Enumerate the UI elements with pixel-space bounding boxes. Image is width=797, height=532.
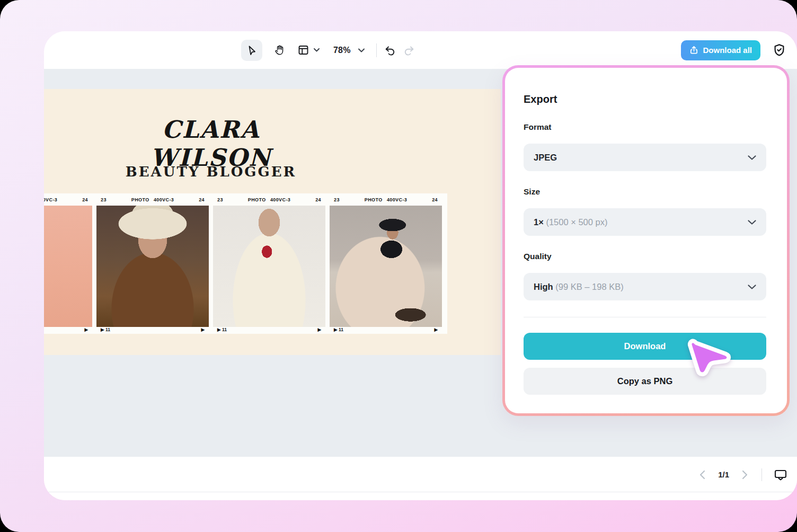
photo-woman-white-blazer-peach (44, 206, 92, 327)
page-indicator: 1/1 (718, 470, 729, 479)
export-panel-title: Export (524, 93, 557, 105)
format-select[interactable]: JPEG (524, 144, 766, 171)
export-panel: Export Format JPEG Size 1× (1500 × 500 p… (502, 65, 790, 416)
size-select[interactable]: 1× (1500 × 500 px) (524, 208, 766, 236)
quality-value: High (534, 282, 553, 291)
frame-mark-right: ▶ (201, 327, 205, 333)
film-frame-4: 23 PHOTO 400VC-3 24 ▶ 11 ▶ (330, 193, 442, 334)
film-strip[interactable]: 23 PHOTO 400VC-3 24 ▶ 11 ▶ 23 (44, 193, 447, 334)
cursor-arrow-icon (246, 45, 258, 56)
frame-number-left: 23 (101, 197, 107, 202)
zoom-dropdown-button[interactable] (358, 48, 365, 52)
frame-label: PHOTO 400VC-3 (44, 197, 57, 202)
film-frame-1: 23 PHOTO 400VC-3 24 ▶ 11 ▶ (44, 193, 92, 334)
present-button[interactable] (774, 468, 787, 481)
editor-toolbar: 78% Download all (44, 31, 797, 69)
frame-mark-right: ▶ (317, 327, 321, 333)
frame-label: PHOTO 400VC-3 (131, 197, 174, 202)
frame-label: PHOTO 400VC-3 (365, 197, 407, 202)
photo-woman-hat-brown-coat (96, 206, 209, 327)
format-label: Format (524, 122, 552, 132)
canvas-subtitle-text[interactable]: BEAUTY BLOGGER (105, 164, 317, 180)
privacy-button[interactable] (772, 43, 786, 57)
quality-detail: (99 KB – 198 KB) (555, 282, 623, 291)
quality-label: Quality (524, 252, 552, 261)
frame-number-right: 24 (199, 197, 205, 202)
panel-divider (524, 317, 766, 317)
frame-number-right: 24 (315, 197, 321, 202)
frame-mark-left: ▶ 11 (217, 327, 227, 333)
size-value: 1× (534, 217, 544, 227)
status-bar: 1/1 (44, 457, 797, 500)
frame-label: PHOTO 400VC-3 (248, 197, 290, 202)
select-tool-button[interactable] (241, 40, 262, 61)
chevron-down-icon (748, 220, 756, 225)
photo-woman-cream-suit-rose (213, 206, 325, 327)
film-frame-3: 23 PHOTO 400VC-3 24 ▶ 11 ▶ (213, 193, 325, 334)
frame-number-right: 24 (82, 197, 88, 202)
redo-button[interactable] (403, 45, 415, 56)
design-canvas[interactable]: CLARA WILSON BEAUTY BLOGGER 23 PHOTO 400… (44, 89, 501, 355)
toolbar-divider (376, 43, 377, 57)
download-all-label: Download all (703, 46, 752, 55)
size-label: Size (524, 187, 540, 197)
hand-tool-button[interactable] (269, 40, 290, 61)
frame-mark-right: ▶ (434, 327, 438, 333)
frame-number-left: 23 (334, 197, 340, 202)
frame-number-left: 23 (217, 197, 223, 202)
hand-icon (273, 44, 286, 56)
zoom-level[interactable]: 78% (333, 46, 351, 55)
frame-mark-left: ▶ 11 (101, 327, 110, 333)
next-page-button[interactable] (742, 470, 748, 480)
pointer-cursor (687, 336, 733, 385)
quality-select[interactable]: High (99 KB – 198 KB) (524, 273, 766, 300)
frame-number-right: 24 (432, 197, 438, 202)
footer-divider (761, 468, 762, 481)
shield-check-icon (772, 43, 786, 57)
photo-woman-beige-suit-sunglasses (330, 206, 442, 327)
layout-frame-icon (297, 44, 309, 56)
format-value: JPEG (534, 153, 557, 163)
previous-page-button[interactable] (699, 470, 705, 480)
size-detail: (1500 × 500 px) (546, 217, 607, 227)
chevron-down-icon (314, 48, 320, 52)
frame-mark-left: ▶ 11 (334, 327, 343, 333)
undo-button[interactable] (384, 45, 396, 56)
frame-tool-button[interactable] (297, 44, 320, 56)
film-frame-2: 23 PHOTO 400VC-3 24 ▶ 11 ▶ (96, 193, 209, 334)
share-up-icon (689, 46, 698, 55)
frame-mark-right: ▶ (84, 327, 88, 333)
page-background: 78% Download all (0, 0, 797, 532)
chevron-down-icon (748, 285, 756, 289)
download-all-button[interactable]: Download all (681, 40, 760, 60)
chevron-down-icon (748, 155, 756, 160)
